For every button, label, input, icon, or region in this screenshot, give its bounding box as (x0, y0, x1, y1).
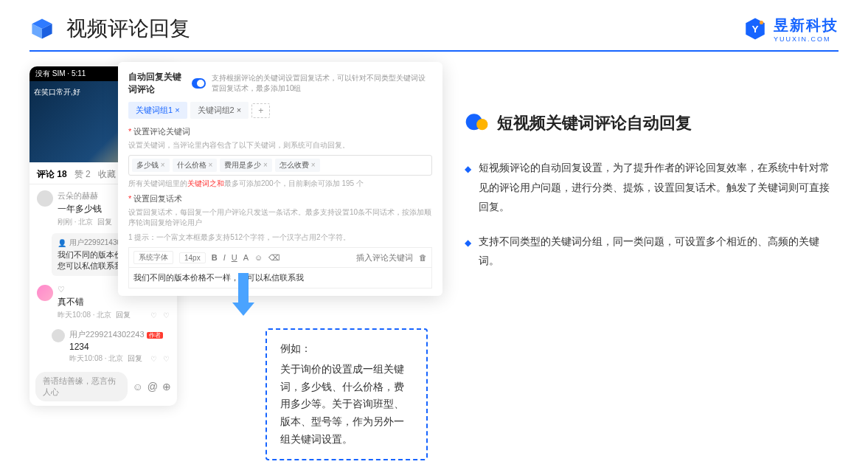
settings-panel: 自动回复关键词评论 支持根据评论的关键词设置回复话术，可以针对不同类型关键词设置… (118, 62, 442, 296)
svg-point-5 (760, 21, 763, 24)
italic-icon[interactable]: I (223, 253, 226, 262)
bold-icon[interactable]: B (212, 253, 218, 262)
logo-hex-icon: Y (743, 16, 768, 41)
author-tag: 作者 (147, 332, 163, 339)
keyword-chip[interactable]: 费用是多少 (220, 159, 272, 172)
logo-main-text: 昱新科技 (774, 15, 839, 35)
comment-meta: 昨天10:08 · 北京 (58, 310, 111, 320)
section-reply-label: 设置回复话术 (128, 193, 432, 204)
svg-text:Y: Y (751, 24, 758, 35)
tab-comments[interactable]: 评论 18 (37, 168, 67, 181)
keyword-chip[interactable]: 多少钱 (132, 159, 170, 172)
gift-icon[interactable]: ⊕ (162, 381, 171, 393)
video-overlay-text: 在笑口常开,好 (34, 87, 80, 97)
underline-icon[interactable]: U (232, 253, 237, 262)
tab-favs[interactable]: 收藏 (98, 168, 116, 181)
bullet-text: 短视频评论的自动回复设置，为了提升作者的评论回复效率，在系统中针对常见的评论用户… (479, 158, 839, 217)
comment-text: 真不错 (58, 296, 170, 308)
comment-input[interactable]: 善语结善缘，恶言伤人心 (35, 372, 128, 401)
comment-meta: 昨天10:08 · 北京 (69, 353, 123, 364)
keyword-chip[interactable]: 怎么收费 (275, 159, 320, 172)
keyword-hint: 所有关键词组里的关键词之和最多可添加200个，目前剩余可添加 195 个 (128, 179, 432, 189)
delete-icon[interactable]: 🗑 (419, 253, 427, 262)
add-group-button[interactable]: + (251, 103, 270, 118)
cube-icon (29, 16, 55, 41)
avatar (52, 329, 65, 342)
brand-logo: Y 昱新科技 YUUXIN.COM (743, 15, 839, 43)
like-icon[interactable]: ♡ (150, 355, 157, 363)
keyword-group-tab-2[interactable]: 关键词组2 × (190, 102, 249, 119)
diamond-icon: ◆ (465, 161, 471, 217)
bullet-text: 支持不同类型的关键词分组，同一类问题，可设置多个相近的、高频的关键词。 (479, 232, 839, 271)
header-divider (29, 50, 839, 52)
comment-meta: 刚刚 · 北京 (58, 217, 93, 227)
like-icon[interactable]: ♡ (150, 311, 157, 319)
svg-point-7 (476, 119, 487, 130)
page-header: 视频评论回复 Y 昱新科技 YUUXIN.COM (0, 0, 868, 50)
section-keywords-label: 设置评论关键词 (128, 126, 432, 137)
bullet-item: ◆ 短视频评论的自动回复设置，为了提升作者的评论回复效率，在系统中针对常见的评论… (465, 158, 839, 217)
reply-link[interactable]: 回复 (116, 310, 131, 320)
clear-icon[interactable]: ⌫ (268, 253, 280, 263)
example-title: 例如： (280, 340, 413, 358)
dislike-icon[interactable]: ♡ (163, 311, 170, 319)
header-left: 视频评论回复 (29, 15, 190, 43)
dislike-icon[interactable]: ♡ (163, 355, 170, 363)
keyword-group-tab-1[interactable]: 关键词组1 × (128, 102, 187, 119)
panel-title: 自动回复关键词评论 (128, 71, 186, 96)
insert-keyword-button[interactable]: 插入评论关键词 (356, 252, 413, 263)
section-keywords-sub: 设置关键词，当评论里内容包含了以下关键词，则系统可自动回复。 (128, 140, 432, 151)
tab-likes[interactable]: 赞 2 (74, 168, 91, 181)
page-title: 视频评论回复 (66, 15, 190, 43)
right-column: 短视频关键词评论自动回复 ◆ 短视频评论的自动回复设置，为了提升作者的评论回复效… (465, 66, 839, 435)
comment-input-row: 善语结善缘，恶言伤人心 ☺ @ ⊕ (29, 372, 177, 401)
comment-text: 1234 (69, 342, 170, 352)
comment-reply-item: 用户2299214302243 作者 1234 昨天10:08 · 北京 回复 … (29, 323, 177, 367)
diamond-icon: ◆ (465, 235, 471, 271)
avatar (37, 285, 53, 301)
avatar (37, 190, 53, 207)
reply-editor[interactable]: 我们不同的版本价格不一样，您可以私信联系我 (128, 267, 432, 288)
auto-reply-toggle[interactable] (192, 78, 206, 89)
reply-link[interactable]: 回复 (97, 217, 112, 227)
section-reply-tip: 1 提示：一个富文本框最多支持512个字符，一个汉字占用2个字符。 (128, 232, 432, 243)
example-body: 关于询价的设置成一组关键词，多少钱、什么价格，费用多少等。关于咨询班型、版本、型… (280, 363, 404, 445)
color-icon[interactable]: A (243, 253, 249, 262)
reply-user: 用户2299214302243 (69, 330, 145, 339)
size-select[interactable]: 14px (179, 252, 206, 263)
at-icon[interactable]: @ (147, 381, 158, 393)
logo-sub-text: YUUXIN.COM (774, 35, 839, 43)
avatar-icon: 👤 (58, 239, 66, 247)
reply-link[interactable]: 回复 (128, 353, 142, 364)
keyword-input-box[interactable]: 多少钱 什么价格 费用是多少 怎么收费 (128, 155, 432, 176)
emoji-icon[interactable]: ☺ (132, 381, 142, 393)
emoji-icon[interactable]: ☺ (254, 253, 263, 262)
keyword-chip[interactable]: 什么价格 (173, 159, 218, 172)
editor-toolbar: 系统字体 14px B I U A ☺ ⌫ 插入评论关键词 🗑 (128, 247, 432, 268)
chat-bubble-icon (465, 111, 490, 136)
arrow-icon (232, 273, 254, 317)
font-select[interactable]: 系统字体 (133, 251, 173, 264)
section-reply-sub: 设置回复话术，每回复一个用户评论只发送一条话术。最多支持设置10条不同话术，按添… (128, 207, 432, 228)
example-box: 例如： 关于询价的设置成一组关键词，多少钱、什么价格，费用多少等。关于咨询班型、… (265, 328, 428, 460)
right-title: 短视频关键词评论自动回复 (497, 112, 692, 134)
panel-desc: 支持根据评论的关键词设置回复话术，可以针对不同类型关键词设置回复话术，最多添加1… (212, 73, 432, 94)
bullet-item: ◆ 支持不同类型的关键词分组，同一类问题，可设置多个相近的、高频的关键词。 (465, 232, 839, 271)
